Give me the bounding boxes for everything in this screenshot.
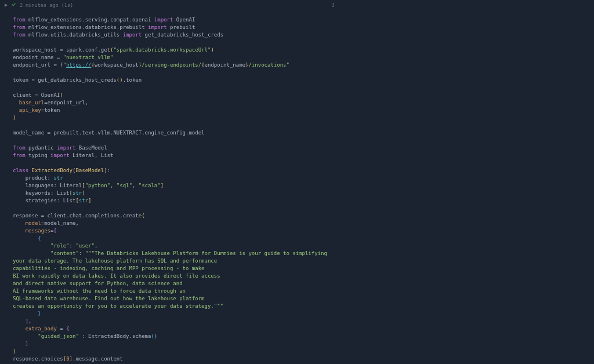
code-line: SQL-based data warehouse. Find out how t…	[13, 296, 205, 301]
code-token: from	[13, 24, 26, 30]
code-line: BI work rapidly on data lakes. It also p…	[13, 273, 220, 279]
code-token: )	[13, 348, 16, 354]
code-token: import	[57, 145, 76, 151]
code-token: (	[60, 92, 63, 98]
code-token: import	[148, 24, 167, 30]
code-token: /invocations"	[248, 62, 289, 68]
code-token: creates an opportunity for you to accele…	[13, 303, 223, 309]
code-token: endpoint_name	[205, 62, 245, 68]
code-token: ]	[161, 183, 164, 188]
code-line: }	[13, 341, 28, 347]
code-token: "sql"	[117, 183, 132, 188]
code-token: from	[13, 152, 26, 158]
code-token	[13, 100, 19, 105]
code-line: messages=[	[13, 228, 57, 234]
code-token: OpenAI	[173, 17, 195, 23]
code-token: SQL-based data warehouse. Find out how t…	[13, 296, 205, 301]
code-token: token	[44, 107, 60, 113]
code-token: : ExtractedBody.schema	[79, 333, 151, 339]
code-token: import	[50, 152, 70, 158]
code-token: ExtractedBody	[32, 168, 73, 173]
code-token: endpoint_url,	[48, 100, 88, 105]
code-token: "user"	[75, 243, 95, 249]
code-token: (	[142, 213, 144, 219]
code-token: spark.conf.get	[63, 47, 110, 53]
code-token: client	[13, 92, 35, 98]
code-token: get_databricks_host_creds	[142, 32, 223, 38]
code-line: keywords: List[str]	[13, 190, 85, 196]
code-token: .token	[123, 77, 142, 83]
code-line: token = get_databricks_host_creds().toke…	[13, 77, 142, 83]
code-token: import	[154, 17, 173, 23]
code-token: model_name	[13, 130, 48, 136]
code-token: pydantic	[26, 145, 57, 151]
code-line: response = client.chat.completions.creat…	[13, 213, 145, 219]
cell-exec-count: 3	[332, 2, 335, 8]
code-token: model_name,	[44, 220, 79, 226]
code-line: class ExtractedBody(BaseModel):	[13, 168, 110, 173]
code-token: OpenAI	[38, 92, 60, 98]
code-token: /serving-endpoints/	[142, 62, 201, 68]
code-token: str	[53, 175, 63, 181]
code-token: prebuilt.text.vllm.NUEXTRACT.engine_conf…	[50, 130, 205, 136]
code-token: response	[13, 213, 41, 219]
code-token	[13, 243, 50, 249]
code-token: mlflow_extensions.databricks.prebuilt	[26, 24, 148, 30]
code-token: )	[211, 47, 213, 53]
code-line: AI frameworks without the need to force …	[13, 288, 186, 294]
code-token: and direct native support for Python, da…	[13, 281, 183, 286]
code-line: from mlflow_extensions.databricks.prebui…	[13, 24, 195, 30]
code-token: "guided_json"	[38, 333, 78, 339]
code-line: client = OpenAI(	[13, 92, 63, 98]
code-token: messages	[26, 228, 50, 234]
code-token: "python"	[85, 183, 110, 188]
code-line: from typing import Literal, List	[13, 152, 113, 158]
code-token: "nuextract_vllm"	[60, 54, 113, 60]
code-token: ,	[110, 183, 117, 188]
code-token: token	[13, 77, 32, 83]
code-token: base_url	[19, 100, 44, 105]
code-token: :	[107, 168, 110, 173]
notebook-cell: 2 minutes ago (1s) 3 from mlflow_extensi…	[0, 0, 594, 364]
run-cell-icon[interactable]	[5, 3, 8, 7]
code-token: endpoint_name	[13, 54, 57, 60]
code-line: model_name = prebuilt.text.vllm.NUEXTRAC…	[13, 130, 205, 136]
code-token: workspace_host	[13, 47, 60, 53]
cell-timestamp: 2 minutes ago (1s)	[20, 2, 73, 8]
code-token: BI work rapidly on data lakes. It also p…	[13, 273, 220, 279]
code-token: strategies: List	[13, 198, 75, 203]
code-token: )	[13, 115, 16, 121]
code-line: "guided_json" : ExtractedBody.schema()	[13, 333, 157, 339]
code-line: from mlflow.utils.databricks_utils impor…	[13, 32, 223, 38]
code-line: capabilities - indexing, caching and MPP…	[13, 265, 205, 271]
code-token: ]	[88, 198, 91, 203]
code-token: from	[13, 17, 26, 23]
code-token	[13, 341, 26, 347]
code-editor[interactable]: from mlflow_extensions.serving.compat.op…	[0, 15, 594, 364]
code-line: )	[13, 348, 16, 354]
code-token: your data storage. The lakehouse platfor…	[13, 258, 217, 264]
code-line: "role": "user",	[13, 243, 97, 249]
code-token	[13, 250, 50, 256]
code-token: """The Databricks Lakehouse Platform for…	[85, 250, 327, 256]
code-token: import	[123, 32, 142, 38]
code-token: ,	[95, 243, 97, 249]
code-token: endpoint_url	[13, 62, 53, 68]
code-token: client.chat.completions.create	[44, 213, 142, 219]
code-token: "spark.databricks.workspaceUrl"	[113, 47, 211, 53]
code-token: str	[79, 198, 88, 203]
code-token: }	[38, 311, 41, 316]
code-token: :	[79, 250, 85, 256]
cell-header: 2 minutes ago (1s) 3	[0, 0, 594, 10]
code-line: endpoint_name = "nuextract_vllm"	[13, 54, 113, 60]
code-token	[13, 228, 26, 234]
code-token: str	[73, 190, 82, 196]
code-token: typing	[26, 152, 50, 158]
code-token: prebuilt	[167, 24, 195, 30]
code-token: "scala"	[139, 183, 161, 188]
code-token: "role"	[50, 243, 70, 249]
code-token: BaseModel	[75, 145, 107, 151]
code-token: ,	[28, 318, 31, 324]
code-line: ],	[13, 318, 32, 324]
code-line: product: str	[13, 175, 63, 181]
